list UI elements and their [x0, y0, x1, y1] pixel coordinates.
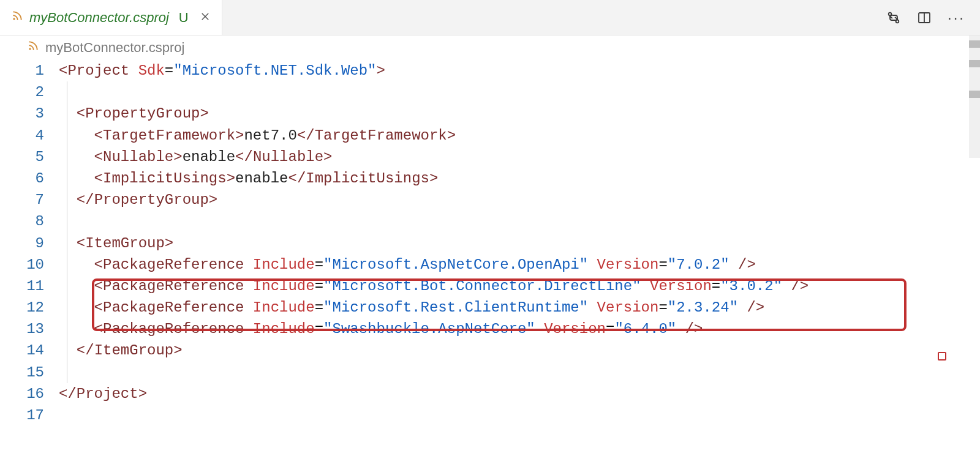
code-line[interactable]: <PropertyGroup>: [59, 103, 980, 124]
code-line[interactable]: <PackageReference Include="Microsoft.Asp…: [59, 254, 980, 275]
code-line[interactable]: <ItemGroup>: [59, 233, 980, 254]
token-punct: >: [200, 105, 208, 122]
split-editor-icon[interactable]: [917, 10, 932, 25]
token-punct: </: [77, 192, 94, 208]
code-line[interactable]: [59, 405, 980, 426]
line-number: 3: [0, 103, 44, 124]
token-text: [588, 299, 597, 316]
compare-changes-icon[interactable]: [886, 10, 901, 25]
token-string: "2.3.24": [668, 299, 738, 316]
token-punct: </: [297, 127, 315, 144]
token-punct: <: [94, 278, 103, 294]
token-tag: Project: [77, 386, 138, 402]
code-line[interactable]: </ItemGroup>: [59, 340, 980, 361]
token-eq: =: [315, 256, 323, 273]
token-eq: =: [606, 321, 614, 337]
token-text: [588, 256, 597, 273]
code-line[interactable]: <PackageReference Include="Microsoft.Res…: [59, 297, 980, 318]
minimap-mark: [969, 60, 980, 67]
token-punct: <: [94, 256, 103, 273]
line-number: 4: [0, 125, 44, 146]
line-number: 1: [0, 60, 44, 81]
token-punct: </: [77, 342, 94, 359]
code-line[interactable]: <Project Sdk="Microsoft.NET.Sdk.Web">: [59, 60, 980, 81]
token-string: "Swashbuckle.AspNetCore": [323, 321, 535, 337]
more-actions-icon[interactable]: ···: [948, 9, 965, 26]
line-number: 7: [0, 189, 44, 211]
token-punct: </: [288, 170, 306, 187]
token-punct: <: [77, 235, 85, 252]
token-punct: >: [165, 235, 173, 252]
token-tag: PropertyGroup: [94, 192, 209, 208]
token-tag: PackageReference: [103, 299, 244, 316]
code-line[interactable]: [59, 211, 980, 232]
token-punct: <: [94, 127, 103, 144]
token-punct: >: [173, 342, 182, 359]
svg-point-3: [889, 12, 892, 15]
token-text: enable: [183, 149, 235, 165]
token-eq: =: [315, 299, 323, 316]
token-tag: ItemGroup: [94, 342, 174, 359]
line-number: 8: [0, 211, 44, 232]
code-line[interactable]: <PackageReference Include="Microsoft.Bot…: [59, 275, 980, 297]
code-line[interactable]: </PropertyGroup>: [59, 189, 980, 211]
breadcrumb-filename: myBotConnector.csproj: [45, 40, 184, 56]
token-text: [244, 278, 252, 294]
token-attr: Include: [253, 321, 315, 337]
token-eq: =: [712, 278, 720, 294]
token-text: [129, 62, 138, 79]
token-text: [244, 256, 252, 273]
tab-close-button[interactable]: [200, 10, 211, 26]
code-line[interactable]: </Project>: [59, 383, 980, 405]
token-punct: >: [235, 127, 244, 144]
token-tag: PropertyGroup: [85, 105, 200, 122]
token-tag: PackageReference: [103, 278, 244, 294]
annotation-marker-icon: [938, 352, 946, 361]
token-string: "Microsoft.Bot.Connector.DirectLine": [323, 278, 641, 294]
token-punct: >: [227, 170, 235, 187]
line-number: 17: [0, 405, 44, 426]
token-string: "6.4.0": [614, 321, 676, 337]
token-text: [676, 321, 685, 337]
token-punct: <: [94, 299, 103, 316]
breadcrumb[interactable]: myBotConnector.csproj: [0, 35, 980, 60]
token-text: [729, 256, 738, 273]
line-number: 6: [0, 168, 44, 189]
token-text: [244, 321, 252, 337]
code-line[interactable]: <TargetFramework>net7.0</TargetFramework…: [59, 125, 980, 146]
token-punct: />: [738, 256, 756, 273]
token-attr: Include: [253, 256, 315, 273]
token-eq: =: [658, 299, 667, 316]
token-string: "Microsoft.AspNetCore.OpenApi": [323, 256, 588, 273]
code-line[interactable]: [59, 81, 980, 103]
line-number: 15: [0, 362, 44, 383]
line-number: 16: [0, 383, 44, 405]
token-punct: />: [791, 278, 809, 294]
token-eq: =: [658, 256, 667, 273]
svg-point-4: [896, 20, 899, 23]
token-eq: =: [315, 321, 323, 337]
code-line[interactable]: <ImplicitUsings>enable</ImplicitUsings>: [59, 168, 980, 189]
token-punct: >: [209, 192, 217, 208]
token-string: "3.0.2": [720, 278, 782, 294]
code-line[interactable]: [59, 362, 980, 383]
token-punct: >: [377, 62, 385, 79]
token-eq: =: [165, 62, 173, 79]
editor-tab[interactable]: myBotConnector.csproj U: [0, 0, 222, 35]
token-tag: PackageReference: [103, 256, 244, 273]
svg-point-0: [13, 18, 15, 20]
token-tag: Nullable: [103, 149, 173, 165]
code-line[interactable]: <Nullable>enable</Nullable>: [59, 146, 980, 168]
token-tag: Nullable: [253, 149, 323, 165]
token-text: [244, 299, 252, 316]
token-punct: >: [429, 170, 438, 187]
file-type-icon: [11, 10, 23, 26]
code-line[interactable]: <PackageReference Include="Swashbuckle.A…: [59, 318, 980, 340]
token-punct: </: [235, 149, 253, 165]
code-content[interactable]: <Project Sdk="Microsoft.NET.Sdk.Web"> <P…: [59, 60, 980, 467]
code-editor[interactable]: 1234567891011121314151617 <Project Sdk="…: [0, 60, 980, 467]
token-attr: Version: [597, 256, 659, 273]
minimap[interactable]: [969, 35, 980, 158]
token-punct: >: [173, 149, 182, 165]
token-punct: <: [94, 170, 103, 187]
